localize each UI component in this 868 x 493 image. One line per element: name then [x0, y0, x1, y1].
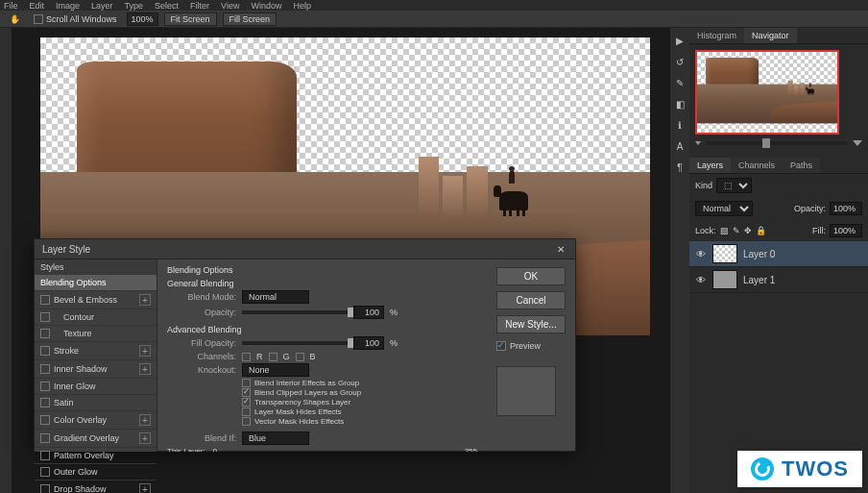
style-row-texture[interactable]: Texture: [35, 326, 157, 342]
blend-mode-dropdown[interactable]: Normal: [242, 290, 309, 304]
style-checkbox[interactable]: [40, 346, 50, 356]
preview-checkbox[interactable]: [496, 341, 506, 351]
brush-icon[interactable]: ✎: [673, 76, 687, 89]
menu-image[interactable]: Image: [56, 1, 80, 11]
style-row-inner-glow[interactable]: Inner Glow: [35, 379, 157, 395]
add-effect-icon[interactable]: +: [139, 483, 151, 493]
menu-filter[interactable]: Filter: [190, 1, 209, 11]
cancel-button[interactable]: Cancel: [496, 291, 566, 309]
style-checkbox[interactable]: [40, 398, 50, 407]
fit-screen-button[interactable]: Fit Screen: [164, 12, 217, 26]
add-effect-icon[interactable]: +: [139, 414, 151, 426]
menu-edit[interactable]: Edit: [30, 1, 45, 11]
opacity-slider[interactable]: [242, 310, 348, 314]
fill-opacity-value[interactable]: 100: [353, 336, 384, 350]
style-checkbox[interactable]: [40, 484, 50, 493]
navigator-thumbnail[interactable]: [695, 50, 839, 135]
tab-navigator[interactable]: Navigator: [744, 28, 797, 43]
history-icon[interactable]: ↺: [673, 55, 687, 68]
fill-input[interactable]: [830, 224, 862, 237]
preview-swatch: [496, 366, 556, 416]
lock-position-icon[interactable]: ✥: [744, 226, 752, 235]
menu-help[interactable]: Help: [293, 1, 311, 11]
blend-interior-checkbox[interactable]: [242, 379, 251, 387]
style-row-outer-glow[interactable]: Outer Glow: [35, 464, 157, 481]
style-row-gradient-overlay[interactable]: Gradient Overlay+: [35, 430, 157, 448]
type-icon[interactable]: A: [673, 139, 687, 153]
style-checkbox[interactable]: [40, 467, 50, 477]
navigator-zoom-slider[interactable]: [695, 140, 862, 146]
style-row-pattern-overlay[interactable]: Pattern Overlay: [35, 448, 157, 464]
channel-g-checkbox[interactable]: [269, 353, 277, 361]
add-effect-icon[interactable]: +: [139, 432, 151, 444]
style-checkbox[interactable]: [40, 312, 50, 322]
info-icon[interactable]: ℹ: [673, 118, 687, 132]
layer-row[interactable]: 👁 Layer 1: [689, 267, 868, 293]
lock-all-icon[interactable]: 🔒: [756, 226, 766, 235]
style-checkbox[interactable]: [40, 329, 50, 338]
style-row-blending-options[interactable]: Blending Options: [35, 275, 157, 291]
zoom-field[interactable]: 100%: [127, 12, 158, 26]
style-label: Blending Options: [40, 278, 107, 287]
layer-name[interactable]: Layer 1: [743, 275, 775, 285]
style-checkbox[interactable]: [40, 295, 50, 305]
knockout-dropdown[interactable]: None: [242, 363, 309, 377]
menu-view[interactable]: View: [221, 1, 239, 11]
dialog-titlebar[interactable]: Layer Style ✕: [35, 239, 575, 259]
menu-type[interactable]: Type: [125, 1, 144, 11]
style-checkbox[interactable]: [40, 451, 50, 460]
layer-row[interactable]: 👁 Layer 0: [689, 241, 868, 267]
menu-layer[interactable]: Layer: [91, 1, 113, 11]
style-row-bevel-emboss[interactable]: Bevel & Emboss+: [35, 291, 157, 309]
opacity-value[interactable]: 100: [353, 306, 384, 319]
style-checkbox[interactable]: [40, 364, 50, 374]
left-tool-rail[interactable]: [0, 28, 12, 493]
style-checkbox[interactable]: [40, 433, 50, 443]
style-row-drop-shadow[interactable]: Drop Shadow+: [35, 481, 157, 493]
menu-file[interactable]: File: [4, 1, 18, 11]
layer-thumbnail[interactable]: [712, 244, 737, 263]
style-row-satin[interactable]: Satin: [35, 395, 157, 411]
tab-paths[interactable]: Paths: [783, 158, 820, 173]
eye-icon[interactable]: 👁: [695, 275, 707, 284]
play-icon[interactable]: ▶: [673, 34, 687, 47]
add-effect-icon[interactable]: +: [139, 363, 151, 375]
close-icon[interactable]: ✕: [554, 242, 567, 256]
layer-mask-hides-checkbox[interactable]: [242, 407, 251, 416]
menu-window[interactable]: Window: [251, 1, 281, 11]
hand-tool-icon[interactable]: ✋: [6, 13, 24, 25]
ok-button[interactable]: OK: [496, 267, 566, 285]
new-style-button[interactable]: New Style...: [496, 315, 566, 333]
lock-transparent-icon[interactable]: ▨: [720, 226, 729, 235]
tab-layers[interactable]: Layers: [689, 158, 731, 173]
kind-filter[interactable]: ⬚: [716, 178, 752, 193]
style-row-stroke[interactable]: Stroke+: [35, 342, 157, 360]
paragraph-icon[interactable]: ¶: [673, 160, 687, 174]
scroll-all-checkbox[interactable]: [34, 14, 43, 24]
style-checkbox[interactable]: [40, 415, 50, 425]
layer-thumbnail[interactable]: [712, 270, 737, 289]
style-row-contour[interactable]: Contour: [35, 309, 157, 326]
menu-select[interactable]: Select: [155, 1, 179, 11]
style-checkbox[interactable]: [40, 382, 50, 391]
lock-pixels-icon[interactable]: ✎: [733, 226, 740, 235]
blend-mode-select[interactable]: Normal: [695, 201, 753, 216]
style-row-inner-shadow[interactable]: Inner Shadow+: [35, 360, 157, 379]
style-row-color-overlay[interactable]: Color Overlay+: [35, 411, 157, 430]
blend-if-dropdown[interactable]: Blue: [242, 431, 309, 445]
add-effect-icon[interactable]: +: [139, 345, 151, 357]
fill-opacity-slider[interactable]: [242, 341, 348, 345]
swatches-icon[interactable]: ◧: [673, 97, 687, 111]
channel-b-checkbox[interactable]: [296, 353, 304, 361]
channel-r-checkbox[interactable]: [242, 353, 251, 361]
blend-clipped-checkbox[interactable]: [242, 388, 251, 397]
eye-icon[interactable]: 👁: [695, 249, 707, 259]
add-effect-icon[interactable]: +: [139, 294, 151, 306]
transparency-shapes-checkbox[interactable]: [242, 398, 251, 407]
opacity-input[interactable]: [830, 202, 862, 215]
tab-channels[interactable]: Channels: [731, 158, 783, 173]
vector-mask-hides-checkbox[interactable]: [242, 417, 251, 426]
fill-screen-button[interactable]: Fill Screen: [223, 12, 277, 26]
layer-name[interactable]: Layer 0: [743, 249, 775, 259]
tab-histogram[interactable]: Histogram: [689, 28, 744, 43]
